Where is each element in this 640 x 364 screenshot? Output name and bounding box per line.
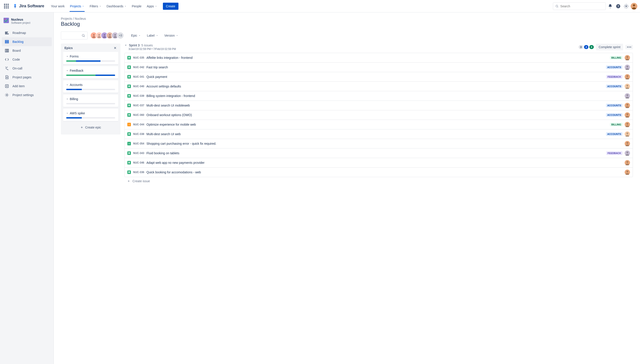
assignee-avatar[interactable] — [625, 55, 630, 60]
sidebar-item-board[interactable]: Board — [2, 46, 52, 55]
sidebar-item-code[interactable]: Code — [2, 55, 52, 64]
assignee-avatar[interactable] — [625, 112, 630, 118]
more-assignees[interactable]: +3 — [117, 32, 124, 39]
sprint-dates: 3/Jan/19 02:59 PM • 7/Feb/19 02:59 PM — [128, 48, 576, 50]
assignee-avatar[interactable] — [625, 84, 630, 89]
issue-key[interactable]: NUC-342 — [133, 66, 144, 69]
create-issue-button[interactable]: Create issue — [124, 177, 633, 185]
issue-key[interactable]: NUC-337 — [133, 104, 144, 107]
issue-key[interactable]: NUC-341 — [133, 75, 144, 78]
settings-button[interactable] — [623, 3, 630, 10]
issue-key[interactable]: NUC-354 — [133, 142, 144, 145]
epic-card[interactable]: Feedback — [63, 66, 118, 78]
sidebar-item-roadmap[interactable]: Roadmap — [2, 28, 52, 37]
create-button[interactable]: Create — [163, 3, 178, 10]
assignee-avatar[interactable] — [625, 132, 630, 137]
complete-sprint-button[interactable]: Complete sprint — [596, 44, 623, 50]
sprint-name[interactable]: Sprint 3 — [129, 44, 140, 47]
search-input[interactable] — [560, 4, 603, 8]
issue-row[interactable]: NUC-341Quick paymentFEEDBACK — [125, 72, 633, 82]
create-epic-button[interactable]: Create epic — [63, 123, 118, 132]
nav-apps[interactable]: Apps — [145, 1, 159, 12]
issue-key[interactable]: NUC-336 — [133, 171, 144, 174]
epic-tag[interactable]: ACCOUNTS — [606, 66, 622, 69]
epic-tag[interactable]: BILLING — [610, 123, 622, 126]
issue-row[interactable]: NUC-340Account settings defaultsACCOUNTS — [125, 82, 633, 91]
sidebar-item-on-call[interactable]: On-call — [2, 64, 52, 73]
issue-row[interactable]: NUC-339Billing system integration - fron… — [125, 91, 633, 101]
issue-row[interactable]: NUC-337Multi-dest search UI mobilewebACC… — [125, 101, 633, 110]
epic-tag[interactable]: BILLING — [610, 56, 622, 60]
sprint-status-chips: 3 2 0 — [579, 45, 594, 49]
epic-tag[interactable]: FEEDBACK — [606, 75, 622, 78]
issue-row[interactable]: NUC-342Fast trip searchACCOUNTS — [125, 62, 633, 72]
epic-card[interactable]: Accounts — [63, 80, 118, 93]
nav-your-work[interactable]: Your work — [49, 1, 67, 12]
sidebar-item-project-settings[interactable]: Project settings — [2, 90, 52, 100]
epic-tag[interactable]: ACCOUNTS — [606, 113, 622, 117]
issue-key[interactable]: NUC-344 — [133, 123, 144, 126]
issue-row[interactable]: NUC-335Affelite links integration - fron… — [125, 53, 633, 62]
epic-name: Billing — [70, 97, 78, 101]
project-header[interactable]: Nucleus Software project — [2, 17, 52, 28]
issue-row[interactable]: NUC-346Adapt web app no new payments pro… — [125, 158, 633, 168]
sidebar-item-add-item[interactable]: Add item — [2, 82, 52, 90]
issue-row[interactable]: NUC-338Multi-dest search UI webACCOUNTS — [125, 130, 633, 139]
issue-key[interactable]: NUC-346 — [133, 161, 144, 164]
filter-epic[interactable]: Epic — [130, 32, 142, 38]
epic-tag[interactable]: FEEDBACK — [606, 151, 622, 155]
chevron-down-icon[interactable] — [124, 44, 127, 46]
svg-rect-11 — [5, 40, 9, 41]
assignee-avatar[interactable] — [625, 141, 630, 146]
help-button[interactable]: ? — [615, 3, 622, 10]
issue-key[interactable]: NUC-343 — [133, 152, 144, 155]
assignee-avatars[interactable]: +3 — [90, 32, 124, 39]
issue-row[interactable]: NUC-360Onboard workout options (OWO)ACCO… — [125, 110, 633, 120]
nav-projects[interactable]: Projects — [68, 1, 87, 12]
epic-card[interactable]: Forms — [63, 52, 118, 64]
issue-row[interactable]: NUC-354Shopping cart purchasing error - … — [125, 139, 633, 148]
assignee-avatar[interactable] — [625, 64, 630, 70]
nav-filters[interactable]: Filters — [87, 1, 103, 12]
assignee-avatar[interactable] — [625, 93, 630, 98]
global-search[interactable] — [553, 2, 606, 10]
nav-dashboards[interactable]: Dashboards — [104, 1, 129, 12]
close-epics-button[interactable] — [113, 46, 117, 50]
issue-row[interactable]: NUC-336Quick booking for accomodations -… — [125, 168, 633, 177]
breadcrumb-project[interactable]: Nucleus — [75, 17, 86, 20]
epic-card[interactable]: Billing — [63, 94, 118, 107]
nav-people[interactable]: People — [130, 1, 144, 12]
issue-row[interactable]: NUC-343Fluid booking on tabletsFEEDBACK — [125, 148, 633, 158]
epic-tag[interactable]: ACCOUNTS — [606, 132, 622, 136]
issue-key[interactable]: NUC-335 — [133, 56, 144, 59]
assignee-avatar[interactable] — [625, 160, 630, 165]
chevron-down-icon — [176, 34, 178, 36]
app-switcher-button[interactable] — [3, 3, 10, 10]
epic-tag[interactable]: ACCOUNTS — [606, 104, 622, 107]
notifications-button[interactable] — [607, 3, 614, 10]
issue-key[interactable]: NUC-360 — [133, 114, 144, 116]
backlog-search[interactable] — [61, 32, 88, 40]
profile-avatar[interactable] — [631, 3, 637, 10]
assignee-avatar[interactable] — [625, 150, 630, 156]
sprint-more-button[interactable] — [625, 45, 633, 49]
issue-key[interactable]: NUC-338 — [133, 132, 144, 136]
assignee-avatar[interactable] — [625, 122, 630, 127]
issue-key[interactable]: NUC-339 — [133, 94, 144, 98]
product-logo[interactable]: Jira Software — [11, 4, 46, 9]
issue-row[interactable]: NUC-344Optimize experience for mobile we… — [125, 120, 633, 130]
filter-version[interactable]: Version — [163, 32, 179, 38]
breadcrumb-root[interactable]: Projects — [61, 17, 72, 20]
epic-card[interactable]: AWS spike — [63, 109, 118, 121]
issue-summary: Fast trip search — [146, 66, 604, 69]
assignee-avatar[interactable] — [625, 74, 630, 80]
svg-point-26 — [98, 34, 100, 36]
issue-key[interactable]: NUC-340 — [133, 85, 144, 88]
filter-label[interactable]: Label — [146, 32, 159, 38]
assignee-avatar[interactable] — [625, 170, 630, 175]
sidebar-item-project-pages[interactable]: Project pages — [2, 73, 52, 82]
assignee-avatar[interactable] — [625, 103, 630, 108]
epic-tag[interactable]: ACCOUNTS — [606, 84, 622, 88]
main-content: Projects / Nucleus Backlog +3 Epic Label… — [54, 12, 640, 364]
sidebar-item-backlog[interactable]: Backlog — [2, 37, 52, 46]
